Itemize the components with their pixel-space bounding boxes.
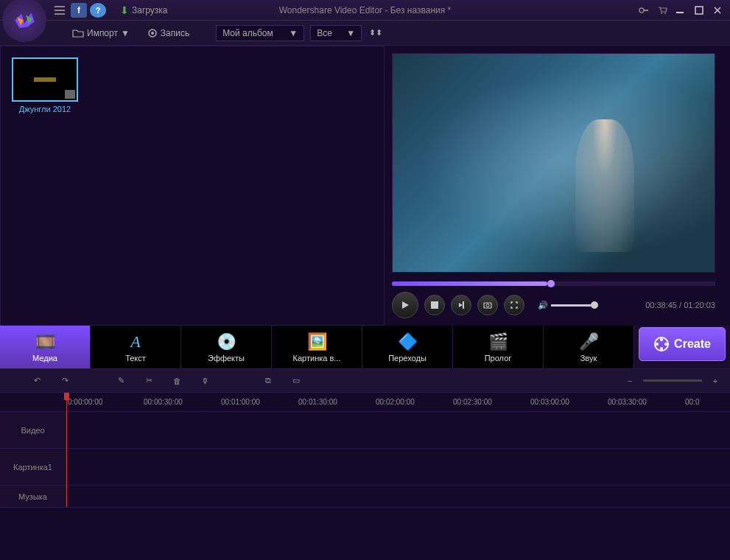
redo-button[interactable]: ↷ xyxy=(57,374,72,388)
tab-label: Медиа xyxy=(32,354,57,363)
chevron-down-icon: ▼ xyxy=(346,28,355,38)
playhead-line xyxy=(66,411,67,507)
play-button[interactable] xyxy=(392,292,418,318)
seek-bar[interactable] xyxy=(392,281,715,286)
volume-slider[interactable] xyxy=(551,304,595,307)
delete-button[interactable]: 🗑 xyxy=(169,374,184,388)
record-label: Запись xyxy=(161,28,189,38)
video-track[interactable]: Видео xyxy=(0,411,730,448)
record-button[interactable]: Запись xyxy=(141,27,195,40)
tab-sound[interactable]: 🎤 Звук xyxy=(544,326,634,368)
media-tab-icon: 🎞️ xyxy=(35,332,55,351)
music-track-label: Музыка xyxy=(0,486,66,507)
folder-icon xyxy=(72,29,84,38)
tab-label: Пролог xyxy=(485,354,512,363)
maximize-button[interactable] xyxy=(691,4,707,17)
snapshot-button[interactable] xyxy=(477,295,498,315)
ruler-mark: 00:0 xyxy=(685,398,699,406)
cart-icon[interactable] xyxy=(654,4,670,17)
download-button[interactable]: ⬇ Загрузка xyxy=(120,4,168,16)
window-title: Wondershare Video Editor - Без названия … xyxy=(279,5,452,15)
svg-point-24 xyxy=(664,343,667,346)
volume-icon[interactable]: 🔊 xyxy=(538,301,548,310)
transitions-tab-icon: 🔷 xyxy=(398,332,418,351)
media-library: Джунгли 2012 xyxy=(0,46,385,326)
preview-viewport[interactable] xyxy=(392,53,715,273)
svg-point-21 xyxy=(660,338,663,341)
pip-track[interactable]: Картинка1 xyxy=(0,448,730,485)
stop-button[interactable] xyxy=(424,295,445,315)
sort-icon[interactable]: ⬍⬍ xyxy=(368,26,384,41)
effects-tab-icon: 💿 xyxy=(217,332,236,351)
aspect-button[interactable]: ▭ xyxy=(289,374,303,388)
preview-panel: 🔊 00:38:45 / 01:20:03 xyxy=(385,46,730,326)
step-button[interactable] xyxy=(451,295,471,315)
undo-button[interactable]: ↶ xyxy=(29,374,44,388)
svg-rect-3 xyxy=(55,6,65,7)
music-track[interactable]: Музыка xyxy=(0,485,730,507)
minimize-button[interactable] xyxy=(673,4,689,17)
media-toolbar: Импорт ▼ Запись Мой альбом ▼ Все ▼ ⬍⬍ xyxy=(0,21,730,46)
playhead[interactable] xyxy=(66,393,67,411)
tab-intro[interactable]: 🎬 Пролог xyxy=(453,326,544,368)
svg-point-23 xyxy=(656,343,659,346)
svg-rect-10 xyxy=(676,12,684,13)
resource-tabs: 🎞️ Медиа A Текст 💿 Эффекты 🖼️ Картинка в… xyxy=(0,326,634,368)
tab-transitions[interactable]: 🔷 Переходы xyxy=(362,326,453,368)
zoom-out-button[interactable]: − xyxy=(622,374,637,388)
ruler-mark: 00:01:00:00 xyxy=(221,398,260,406)
reel-icon xyxy=(653,336,670,352)
zoom-in-button[interactable]: + xyxy=(708,374,723,388)
create-button[interactable]: Create xyxy=(639,327,726,361)
volume-handle[interactable] xyxy=(591,301,598,309)
tab-text[interactable]: A Текст xyxy=(91,326,181,368)
timeline-toolbar: ↶ ↷ ✎ ✂ 🗑 🎙 ⧉ ▭ − + xyxy=(0,368,730,392)
svg-point-8 xyxy=(661,13,662,14)
tab-label: Эффекты xyxy=(208,354,245,363)
edit-button[interactable]: ✎ xyxy=(113,374,128,388)
video-track-label: Видео xyxy=(0,412,66,448)
facebook-icon[interactable]: f xyxy=(71,3,87,18)
pip-tab-icon: 🖼️ xyxy=(307,332,327,351)
fullscreen-button[interactable] xyxy=(504,295,524,315)
voiceover-button[interactable]: 🎙 xyxy=(197,374,212,388)
timeline-tracks: Видео Картинка1 Музыка xyxy=(0,411,730,507)
album-dropdown[interactable]: Мой альбом ▼ xyxy=(216,25,304,41)
download-arrow-icon: ⬇ xyxy=(120,4,129,16)
svg-rect-5 xyxy=(55,13,65,15)
ruler-mark: 00:03:30:00 xyxy=(608,398,647,406)
import-label: Импорт xyxy=(87,28,118,38)
record-icon xyxy=(147,28,158,38)
media-thumbnail[interactable] xyxy=(12,57,78,102)
close-button[interactable] xyxy=(709,4,726,17)
tab-label: Переходы xyxy=(388,354,427,363)
svg-rect-7 xyxy=(643,10,648,11)
svg-point-22 xyxy=(660,347,663,350)
help-icon[interactable]: ? xyxy=(90,3,106,18)
create-label: Create xyxy=(674,337,711,351)
dropdown-arrow-icon: ▼ xyxy=(121,28,130,38)
ruler-mark: 0:00:00:00 xyxy=(68,398,102,406)
intro-tab-icon: 🎬 xyxy=(488,332,508,351)
key-icon[interactable] xyxy=(636,4,652,17)
zoom-slider[interactable] xyxy=(643,379,702,382)
tab-media[interactable]: 🎞️ Медиа xyxy=(0,326,91,368)
filter-dropdown[interactable]: Все ▼ xyxy=(310,25,362,41)
timeline-empty-area xyxy=(0,507,730,560)
timeline-ruler[interactable]: 0:00:00:00 00:00:30:00 00:01:00:00 00:01… xyxy=(0,392,730,411)
ruler-mark: 00:01:30:00 xyxy=(298,398,337,406)
menu-icon[interactable] xyxy=(52,3,68,18)
svg-rect-17 xyxy=(463,301,464,309)
seek-handle[interactable] xyxy=(547,280,555,287)
media-item[interactable]: Джунгли 2012 xyxy=(12,57,78,113)
ruler-mark: 00:03:00:00 xyxy=(530,398,569,406)
tab-label: Текст xyxy=(125,354,146,363)
svg-rect-4 xyxy=(55,10,65,11)
import-button[interactable]: Импорт ▼ xyxy=(66,27,136,40)
tab-effects[interactable]: 💿 Эффекты xyxy=(181,326,272,368)
time-display: 00:38:45 / 01:20:03 xyxy=(645,301,715,309)
cut-button[interactable]: ✂ xyxy=(141,374,156,388)
svg-point-9 xyxy=(664,13,666,14)
crop-button[interactable]: ⧉ xyxy=(261,374,275,388)
tab-pip[interactable]: 🖼️ Картинка в... xyxy=(272,326,362,368)
